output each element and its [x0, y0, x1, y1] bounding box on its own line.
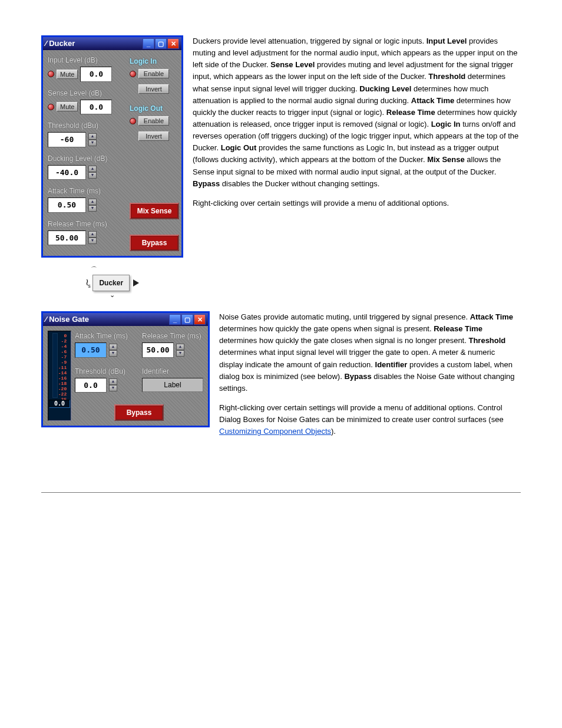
ducker-block-icon: ⌒ ≀s Ducker ⌄ [80, 265, 145, 299]
noise-gate-description: Noise Gates provide automatic muting, un… [219, 311, 521, 445]
ducking-level-label: Ducking Level (dB) [48, 153, 126, 164]
meter-tick: -16 [58, 375, 67, 381]
sense-led-icon [48, 104, 54, 110]
meter-tick: 0 [58, 333, 67, 338]
threshold-value[interactable]: -60 [48, 132, 86, 147]
meter-tick: -9 [58, 360, 67, 365]
ducker-block-label: Ducker [92, 275, 130, 291]
app-icon: ⁄ [45, 314, 47, 325]
input-level-value[interactable]: 0.0 [80, 67, 112, 82]
meter-readout: 0.0 [49, 400, 70, 408]
sense-level-value[interactable]: 0.0 [80, 100, 112, 115]
attack-time-value[interactable]: 0.50 [48, 197, 86, 213]
attack-time-spinner[interactable]: ▲▼ [88, 199, 97, 212]
meter-tick: -11 [58, 365, 67, 370]
logic-out-header: Logic Out [130, 103, 177, 114]
meter-tick: -20 [58, 386, 67, 391]
logicout-enable-led-icon [130, 118, 136, 124]
maximize-button[interactable]: ▢ [155, 38, 167, 49]
noise-gate-dialog: ⁄ Noise Gate _ ▢ ✕ 0-2-4-6-7-9-11-14-16-… [41, 311, 210, 427]
threshold-label: Threshold (dBu) [48, 120, 126, 131]
ducking-level-value[interactable]: -40.0 [48, 165, 86, 180]
logicin-invert-button[interactable]: Invert [138, 84, 169, 94]
ng-attack-label: Attack Time (ms) [75, 331, 136, 341]
logicin-enable-button[interactable]: Enable [138, 69, 169, 78]
sense-level-label: Sense Level (dB) [48, 88, 126, 98]
ducker-titlebar[interactable]: ⁄ Ducker _ ▢ ✕ [43, 37, 181, 50]
close-button[interactable]: ✕ [194, 314, 206, 325]
meter-tick: -2 [58, 338, 67, 344]
release-time-spinner[interactable]: ▲▼ [88, 231, 97, 244]
ng-threshold-spinner[interactable]: ▲▼ [109, 378, 117, 391]
ducker-dialog: ⁄ Ducker _ ▢ ✕ Input Level (dB) Mute 0.0… [41, 35, 183, 258]
mix-sense-button[interactable]: Mix Sense [130, 203, 179, 219]
ng-release-label: Release Time (ms) [142, 331, 203, 341]
meter-tick: -18 [58, 381, 67, 386]
arrow-right-icon [133, 279, 139, 286]
noise-gate-titlebar[interactable]: ⁄ Noise Gate _ ▢ ✕ [43, 313, 208, 326]
input-led-icon [48, 71, 54, 77]
ng-identifier-label: Identifier [142, 366, 203, 377]
ducker-title: Ducker [49, 38, 75, 50]
meter-tick: -6 [58, 349, 67, 354]
ng-threshold-label: Threshold (dBu) [75, 366, 136, 377]
ducker-bypass-button[interactable]: Bypass [130, 235, 179, 251]
ng-attack-value[interactable]: 0.50 [75, 342, 107, 358]
noise-gate-title: Noise Gate [49, 314, 89, 325]
meter-tick: -4 [58, 344, 67, 349]
gain-reduction-meter: 0-2-4-6-7-9-11-14-16-18-20-22-25 0.0 [48, 331, 71, 421]
ng-release-value[interactable]: 50.00 [142, 342, 174, 358]
meter-tick: -7 [58, 354, 67, 360]
ducker-note: Right-clicking over certain settings wil… [193, 197, 521, 209]
logicin-enable-led-icon [130, 71, 136, 77]
minimize-button[interactable]: _ [169, 314, 181, 325]
maximize-button[interactable]: ▢ [181, 314, 193, 325]
footer-rule [41, 492, 521, 493]
meter-tick: -14 [58, 370, 67, 375]
release-time-label: Release Time (ms) [48, 219, 126, 229]
ng-identifier-value[interactable]: Label [142, 378, 203, 392]
customizing-link[interactable]: Customizing Component Objects [219, 427, 331, 436]
ng-threshold-value[interactable]: 0.0 [75, 378, 107, 393]
app-icon: ⁄ [45, 38, 47, 50]
ducking-level-spinner[interactable]: ▲▼ [88, 166, 97, 179]
ng-bypass-button[interactable]: Bypass [114, 404, 164, 421]
input-mute-button[interactable]: Mute [57, 70, 78, 79]
logicout-invert-button[interactable]: Invert [138, 131, 169, 141]
ducker-description: Duckers provide level attenuation, trigg… [193, 35, 521, 299]
sense-mute-button[interactable]: Mute [57, 102, 78, 111]
minimize-button[interactable]: _ [143, 38, 154, 49]
release-time-value[interactable]: 50.00 [48, 230, 86, 246]
meter-tick: -22 [58, 391, 67, 397]
ng-attack-spinner[interactable]: ▲▼ [109, 344, 117, 357]
threshold-spinner[interactable]: ▲▼ [88, 133, 97, 146]
logicout-enable-button[interactable]: Enable [138, 116, 169, 126]
input-level-label: Input Level (dB) [48, 55, 126, 65]
attack-time-label: Attack Time (ms) [48, 186, 126, 196]
ng-release-spinner[interactable]: ▲▼ [176, 344, 184, 357]
close-button[interactable]: ✕ [167, 38, 179, 49]
logic-in-header: Logic In [130, 56, 177, 67]
